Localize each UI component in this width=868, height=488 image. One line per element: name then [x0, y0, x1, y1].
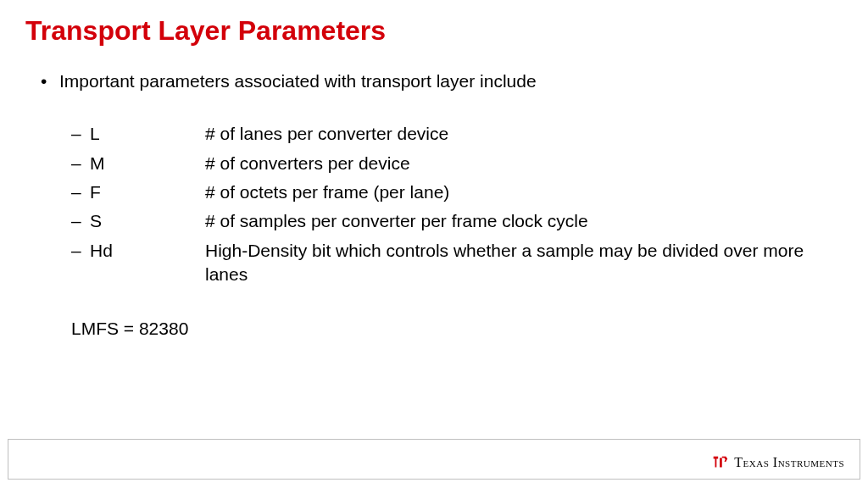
ti-logo-icon — [710, 453, 729, 472]
param-symbol: F — [90, 180, 205, 204]
param-symbol: L — [90, 122, 205, 146]
main-bullet: • Important parameters associated with t… — [41, 69, 834, 93]
footer-bar: Texas Instruments — [8, 439, 860, 480]
main-bullet-text: Important parameters associated with tra… — [59, 69, 537, 93]
list-item: – M # of converters per device — [71, 152, 834, 175]
slide-title: Transport Layer Parameters — [25, 15, 386, 47]
param-desc: # of converters per device — [205, 152, 834, 175]
list-item: – F # of octets per frame (per lane) — [71, 180, 834, 204]
param-desc: # of samples per converter per frame clo… — [205, 209, 834, 233]
param-desc: # of lanes per converter device — [205, 122, 834, 146]
param-symbol: Hd — [90, 239, 205, 287]
dash-icon: – — [71, 122, 90, 146]
param-desc: # of octets per frame (per lane) — [205, 180, 834, 204]
dash-icon: – — [71, 209, 90, 233]
list-item: – Hd High-Density bit which controls whe… — [71, 239, 834, 287]
dash-icon: – — [71, 152, 90, 175]
parameter-list: – L # of lanes per converter device – M … — [71, 122, 834, 286]
list-item: – L # of lanes per converter device — [71, 122, 834, 146]
param-symbol: S — [90, 209, 205, 233]
brand-name: Texas Instruments — [734, 455, 844, 470]
param-desc: High-Density bit which controls whether … — [205, 239, 834, 287]
dash-icon: – — [71, 239, 90, 287]
list-item: – S # of samples per converter per frame… — [71, 209, 834, 233]
param-symbol: M — [90, 152, 205, 175]
lmfs-value: LMFS = 82380 — [71, 317, 834, 341]
slide-content: • Important parameters associated with t… — [41, 69, 834, 341]
bullet-dot: • — [41, 69, 59, 93]
brand-logo: Texas Instruments — [710, 453, 844, 472]
dash-icon: – — [71, 180, 90, 204]
slide: Transport Layer Parameters • Important p… — [0, 0, 868, 488]
